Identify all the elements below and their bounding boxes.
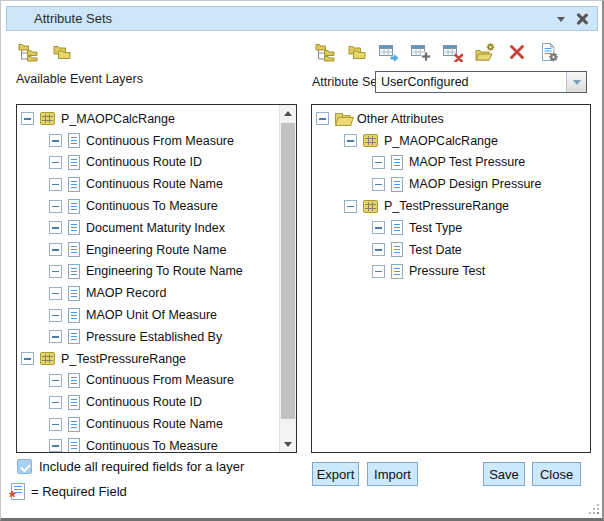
collapse-toggle-icon[interactable] <box>49 439 62 452</box>
tree-item[interactable]: Engineering To Route Name <box>17 261 279 283</box>
vertical-scrollbar[interactable] <box>279 105 296 452</box>
table-arrow-icon <box>379 42 399 62</box>
folder-gear-icon <box>475 42 495 62</box>
add-table-button[interactable] <box>410 42 431 62</box>
chevron-down-icon <box>573 80 581 85</box>
tree-item-label: P_TestPressureRange <box>61 352 186 366</box>
delete-attribute-set-button[interactable] <box>506 42 527 62</box>
field-icon <box>68 395 80 410</box>
include-required-fields-checkbox[interactable] <box>17 459 32 474</box>
remove-table-button[interactable] <box>442 42 463 62</box>
collapse-toggle-icon[interactable] <box>344 134 357 147</box>
event-layer-icon <box>363 134 378 147</box>
collapse-toggle-icon[interactable] <box>49 221 62 234</box>
required-field-label: = Required Field <box>31 484 127 499</box>
field-icon <box>68 286 80 301</box>
tree-item[interactable]: Test Date <box>312 239 590 261</box>
tree-item[interactable]: Pressure Test <box>312 261 590 283</box>
tree-item[interactable]: P_TestPressureRange <box>17 348 279 370</box>
export-button[interactable]: Export <box>312 462 359 486</box>
collapse-toggle-icon[interactable] <box>316 112 329 125</box>
tree-item[interactable]: Continuous Route Name <box>17 173 279 195</box>
collapse-toggle-icon[interactable] <box>49 178 62 191</box>
save-button[interactable]: Save <box>483 462 525 486</box>
expand-all-icon <box>18 42 38 62</box>
window-menu-icon[interactable] <box>557 17 565 22</box>
new-attribute-set-button[interactable] <box>474 42 495 62</box>
collapse-toggle-icon[interactable] <box>49 309 62 322</box>
collapse-toggle-icon[interactable] <box>21 112 34 125</box>
collapse-all-icon <box>347 42 367 62</box>
tree-item[interactable]: P_MAOPCalcRange <box>17 108 279 130</box>
collapse-toggle-icon[interactable] <box>49 134 62 147</box>
tree-item[interactable]: MAOP Unit Of Measure <box>17 304 279 326</box>
tree-item[interactable]: Pressure Established By <box>17 326 279 348</box>
tree-item[interactable]: Document Maturity Index <box>17 217 279 239</box>
tree-item[interactable]: Continuous Route Name <box>17 413 279 435</box>
collapse-toggle-icon[interactable] <box>49 200 62 213</box>
tree-item[interactable]: MAOP Design Pressure <box>312 173 590 195</box>
tree-item-label: Continuous Route ID <box>86 395 202 409</box>
collapse-toggle-icon[interactable] <box>49 418 62 431</box>
tree-item[interactable]: Continuous From Measure <box>17 130 279 152</box>
collapse-toggle-icon[interactable] <box>49 265 62 278</box>
field-icon <box>68 242 80 257</box>
import-button[interactable]: Import <box>367 462 418 486</box>
attribute-set-combobox[interactable]: UserConfigured <box>375 71 587 93</box>
field-icon <box>68 155 80 170</box>
close-icon[interactable] <box>575 12 588 25</box>
field-icon <box>68 308 80 323</box>
tree-item[interactable]: P_TestPressureRange <box>312 195 590 217</box>
attribute-sets-dialog: Attribute Sets <box>0 0 604 521</box>
collapse-toggle-icon[interactable] <box>49 396 62 409</box>
tree-item[interactable]: Test Type <box>312 217 590 239</box>
collapse-toggle-icon[interactable] <box>49 330 62 343</box>
collapse-toggle-icon[interactable] <box>49 287 62 300</box>
tree-item[interactable]: Engineering Route Name <box>17 239 279 261</box>
tree-item-label: Test Date <box>409 243 462 257</box>
tree-item[interactable]: MAOP Test Pressure <box>312 152 590 174</box>
assign-to-set-button[interactable] <box>378 42 399 62</box>
collapse-toggle-icon[interactable] <box>372 265 385 278</box>
tree-item-label: Other Attributes <box>357 112 444 126</box>
tree-item[interactable]: Continuous Route ID <box>17 152 279 174</box>
scrollbar-thumb[interactable] <box>281 123 295 419</box>
include-required-fields-label: Include all required fields for a layer <box>39 459 244 474</box>
collapse-toggle-icon[interactable] <box>372 221 385 234</box>
collapse-toggle-icon[interactable] <box>49 374 62 387</box>
field-icon <box>391 220 403 235</box>
field-icon <box>68 220 80 235</box>
expand-all-button[interactable] <box>314 42 335 62</box>
attribute-set-properties-button[interactable] <box>538 42 559 62</box>
collapse-toggle-icon[interactable] <box>372 156 385 169</box>
collapse-toggle-icon[interactable] <box>344 200 357 213</box>
tree-item-label: P_MAOPCalcRange <box>384 134 498 148</box>
expand-all-button[interactable] <box>17 42 38 62</box>
tree-item[interactable]: Continuous To Measure <box>17 195 279 217</box>
resize-grip[interactable] <box>587 502 599 514</box>
tree-item[interactable]: Continuous From Measure <box>17 370 279 392</box>
tree-item-label: Engineering To Route Name <box>86 264 243 278</box>
combobox-dropdown-button[interactable] <box>566 72 586 92</box>
collapse-toggle-icon[interactable] <box>372 243 385 256</box>
window-title: Attribute Sets <box>7 11 112 26</box>
collapse-toggle-icon[interactable] <box>372 178 385 191</box>
tree-item[interactable]: MAOP Record <box>17 282 279 304</box>
close-button[interactable]: Close <box>532 462 581 486</box>
collapse-all-button[interactable] <box>346 42 367 62</box>
tree-item-label: Document Maturity Index <box>86 221 225 235</box>
collapse-toggle-icon[interactable] <box>49 156 62 169</box>
collapse-all-button[interactable] <box>51 42 72 62</box>
scroll-up-button[interactable] <box>280 105 296 121</box>
collapse-toggle-icon[interactable] <box>49 243 62 256</box>
collapse-toggle-icon[interactable] <box>21 352 34 365</box>
document-gear-icon <box>539 42 559 62</box>
attribute-set-tree-panel: Other AttributesP_MAOPCalcRangeMAOP Test… <box>311 104 591 453</box>
tree-item[interactable]: Other Attributes <box>312 108 590 130</box>
table-plus-icon <box>411 42 431 62</box>
tree-item[interactable]: P_MAOPCalcRange <box>312 130 590 152</box>
tree-item[interactable]: Continuous To Measure <box>17 435 279 452</box>
scroll-down-button[interactable] <box>280 436 296 452</box>
available-event-layers-label: Available Event Layers <box>16 72 143 86</box>
tree-item[interactable]: Continuous Route ID <box>17 391 279 413</box>
